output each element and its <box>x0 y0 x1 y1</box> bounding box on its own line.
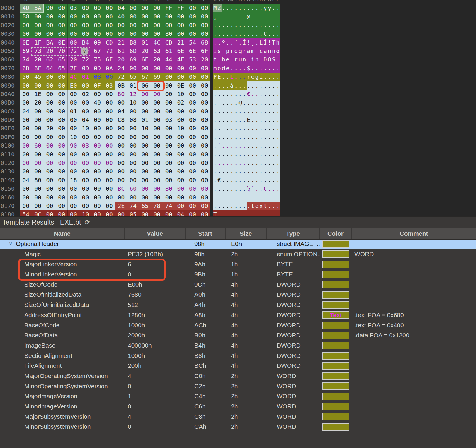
hex-byte[interactable]: 00 <box>44 184 56 193</box>
hex-byte[interactable]: 00 <box>56 21 68 30</box>
hex-byte[interactable]: 54 <box>187 38 199 47</box>
hex-byte[interactable]: 00 <box>175 184 187 193</box>
hex-byte[interactable]: 00 <box>56 90 68 98</box>
hex-byte[interactable]: 00 <box>127 4 139 12</box>
hex-byte[interactable]: 00 <box>151 64 163 73</box>
hex-byte[interactable]: 00 <box>115 141 127 150</box>
hex-byte[interactable]: 00 <box>56 202 68 210</box>
hex-byte[interactable]: 2E <box>68 64 80 73</box>
hex-byte[interactable]: 00 <box>56 159 68 167</box>
hex-byte[interactable]: 00 <box>79 4 91 12</box>
hex-byte[interactable]: B8 <box>127 38 139 47</box>
hex-byte[interactable]: 72 <box>103 47 115 55</box>
color-swatch[interactable] <box>322 271 349 278</box>
hex-byte[interactable]: 00 <box>139 133 151 141</box>
hex-byte[interactable]: 00 <box>91 176 103 184</box>
hex-byte[interactable]: 0A <box>103 64 115 73</box>
color-swatch[interactable] <box>322 342 349 349</box>
hex-byte[interactable]: 00 <box>175 176 187 184</box>
template-row[interactable]: BaseOfCode1000hACh4hDWORD.text FOA = 0x4… <box>0 320 476 331</box>
hex-byte[interactable]: 74 <box>127 202 139 210</box>
hex-byte[interactable]: 00 <box>32 30 44 38</box>
hex-byte[interactable]: 00 <box>163 12 175 21</box>
ascii-column[interactable]: ..º..´.Í!¸.LÍ!Th <box>213 38 280 47</box>
hex-byte[interactable]: 00 <box>198 30 210 38</box>
hex-byte[interactable]: 00 <box>187 202 199 210</box>
hex-byte[interactable]: 01 <box>139 116 151 124</box>
hex-byte[interactable]: 00 <box>139 159 151 167</box>
hex-byte[interactable]: 0F <box>91 81 103 90</box>
hex-byte[interactable]: 03 <box>163 116 175 124</box>
hex-byte[interactable]: 00 <box>163 150 175 159</box>
hex-byte[interactable]: 63 <box>151 47 163 55</box>
hex-byte[interactable]: 00 <box>198 133 210 141</box>
hex-byte[interactable]: 00 <box>44 167 56 176</box>
hex-byte[interactable]: 00 <box>68 184 80 193</box>
chevron-expand-icon[interactable]: ∨ <box>9 240 12 249</box>
ascii-column[interactable]: MZ..........ÿÿ.. <box>213 4 280 12</box>
hex-byte[interactable]: 00 <box>127 64 139 73</box>
hex-byte[interactable]: 00 <box>103 30 115 38</box>
color-swatch[interactable] <box>322 240 349 248</box>
hex-byte[interactable]: 00 <box>91 21 103 30</box>
hex-byte[interactable]: 69 <box>20 47 32 55</box>
hex-byte[interactable]: 00 <box>175 64 187 73</box>
hex-byte[interactable]: 60 <box>127 184 139 193</box>
hex-byte[interactable]: 10 <box>79 124 91 133</box>
template-row[interactable]: ∨OptionalHeader98hE0hstruct IMAGE_... <box>0 239 476 249</box>
hex-byte[interactable]: 00 <box>187 184 199 193</box>
hex-byte[interactable]: 0D <box>79 64 91 73</box>
hex-byte[interactable]: 0D <box>91 64 103 73</box>
hex-byte[interactable]: 64 <box>44 64 56 73</box>
hex-byte[interactable]: 00 <box>115 167 127 176</box>
hex-byte[interactable]: 00 <box>91 107 103 116</box>
hex-byte[interactable]: 20 <box>139 47 151 55</box>
hex-byte[interactable]: 00 <box>115 159 127 167</box>
ascii-column[interactable]: ................ <box>213 193 280 202</box>
hex-byte[interactable]: 00 <box>91 202 103 210</box>
hex-byte[interactable]: 00 <box>139 107 151 116</box>
hex-byte[interactable]: FF <box>175 4 187 12</box>
hex-byte[interactable]: 00 <box>175 107 187 116</box>
hex-byte[interactable]: 04 <box>175 210 187 216</box>
color-swatch[interactable] <box>322 352 349 360</box>
hex-byte[interactable]: 74 <box>20 55 32 64</box>
hex-byte[interactable]: 40 <box>91 98 103 107</box>
hex-byte[interactable]: 00 <box>127 12 139 21</box>
hex-byte[interactable]: 00 <box>198 98 210 107</box>
hex-byte[interactable]: 00 <box>103 184 115 193</box>
hex-byte[interactable]: 00 <box>198 184 210 193</box>
hex-byte[interactable]: 6F <box>32 64 44 73</box>
hex-byte[interactable]: 80 <box>32 176 44 184</box>
ascii-column[interactable]: .`.............. <box>213 141 280 150</box>
hex-byte[interactable]: 00 <box>68 159 80 167</box>
color-swatch[interactable] <box>322 403 349 410</box>
hex-byte[interactable]: 65 <box>56 55 68 64</box>
hex-byte[interactable]: 00 <box>44 98 56 107</box>
template-row[interactable]: MajorSubsystemVersion4C8h2hWORD <box>0 412 476 422</box>
hex-byte[interactable]: 00 <box>198 116 210 124</box>
hex-byte[interactable]: 01 <box>79 73 91 81</box>
hex-byte[interactable]: 00 <box>151 167 163 176</box>
hex-byte[interactable]: 00 <box>56 73 68 81</box>
hex-byte[interactable]: 00 <box>103 107 115 116</box>
color-swatch[interactable] <box>322 250 349 258</box>
ascii-column[interactable]: is program canno <box>213 47 280 55</box>
hex-byte[interactable]: 00 <box>187 4 199 12</box>
ascii-column[interactable]: ........¼`..€... <box>213 184 280 193</box>
column-header-type[interactable]: Type <box>267 228 320 239</box>
hex-byte[interactable]: 00 <box>91 116 103 124</box>
hex-byte[interactable]: 00 <box>20 98 32 107</box>
hex-byte[interactable]: 62 <box>44 55 56 64</box>
color-swatch[interactable] <box>322 372 349 380</box>
hex-byte[interactable]: 00 <box>103 193 115 202</box>
hex-byte[interactable]: 6D <box>127 47 139 55</box>
hex-byte[interactable]: 00 <box>187 133 199 141</box>
hex-byte[interactable]: 00 <box>79 133 91 141</box>
hex-byte[interactable]: 00 <box>163 21 175 30</box>
hex-byte[interactable]: 00 <box>127 167 139 176</box>
hex-byte[interactable]: 4C <box>151 38 163 47</box>
hex-byte[interactable]: 00 <box>32 167 44 176</box>
hex-byte[interactable]: 00 <box>175 202 187 210</box>
hex-byte[interactable]: 20 <box>151 55 163 64</box>
